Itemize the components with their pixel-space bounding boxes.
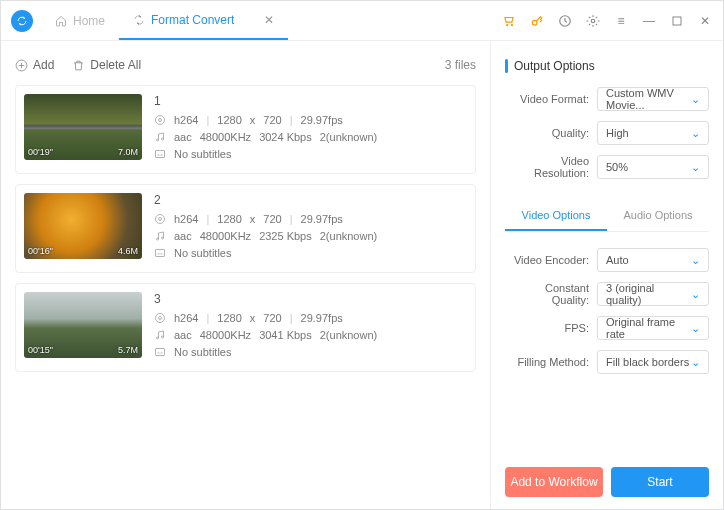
fill-label: Filling Method:	[505, 356, 597, 368]
close-window-icon[interactable]: ✕	[697, 13, 713, 29]
svg-point-16	[159, 317, 162, 320]
cart-icon[interactable]	[501, 13, 517, 29]
chevron-down-icon: ⌄	[691, 356, 700, 369]
tab-audio-options[interactable]: Audio Options	[607, 201, 709, 231]
encoder-label: Video Encoder:	[505, 254, 597, 266]
menu-icon[interactable]: ≡	[613, 13, 629, 29]
svg-point-5	[156, 116, 165, 125]
chevron-down-icon: ⌄	[691, 288, 700, 301]
thumbnail: 00'16" 4.6M	[24, 193, 142, 259]
tab-format-convert[interactable]: Format Convert ✕	[119, 1, 288, 40]
svg-point-11	[159, 218, 162, 221]
history-icon[interactable]	[557, 13, 573, 29]
close-icon[interactable]: ✕	[264, 13, 274, 27]
tab-video-options[interactable]: Video Options	[505, 201, 607, 231]
subtitle-icon	[154, 148, 166, 160]
file-size: 4.6M	[118, 246, 138, 256]
svg-point-18	[162, 336, 164, 338]
file-index: 1	[154, 94, 377, 108]
fps-label: FPS:	[505, 322, 597, 334]
svg-point-12	[157, 238, 159, 240]
subtitle-icon	[154, 247, 166, 259]
quality-label: Quality:	[505, 127, 597, 139]
titlebar: Home Format Convert ✕ ≡ — ✕	[1, 1, 723, 41]
home-icon	[55, 15, 67, 27]
resolution-label: Video Resolution:	[505, 155, 597, 179]
video-format-select[interactable]: Custom WMV Movie...⌄	[597, 87, 709, 111]
svg-point-8	[162, 138, 164, 140]
fps-select[interactable]: Original frame rate⌄	[597, 316, 709, 340]
tab-active-label: Format Convert	[151, 13, 234, 27]
chevron-down-icon: ⌄	[691, 254, 700, 267]
thumbnail: 00'19" 7.0M	[24, 94, 142, 160]
video-icon	[154, 114, 166, 126]
duration: 00'15"	[28, 345, 53, 355]
subtitle-icon	[154, 346, 166, 358]
maximize-icon[interactable]	[669, 13, 685, 29]
svg-rect-19	[156, 349, 165, 356]
svg-rect-9	[156, 151, 165, 158]
app-logo	[11, 10, 33, 32]
fill-select[interactable]: Fill black borders⌄	[597, 350, 709, 374]
chevron-down-icon: ⌄	[691, 161, 700, 174]
audio-icon	[154, 230, 166, 242]
svg-point-6	[159, 119, 162, 122]
file-index: 2	[154, 193, 377, 207]
video-icon	[154, 312, 166, 324]
cq-select[interactable]: 3 (original quality)⌄	[597, 282, 709, 306]
svg-rect-3	[673, 17, 681, 25]
add-to-workflow-button[interactable]: Add to Workflow	[505, 467, 603, 497]
thumbnail: 00'15" 5.7M	[24, 292, 142, 358]
chevron-down-icon: ⌄	[691, 93, 700, 106]
svg-point-0	[532, 20, 537, 25]
output-options-title: Output Options	[505, 59, 709, 73]
svg-rect-14	[156, 250, 165, 257]
resolution-select[interactable]: 50%⌄	[597, 155, 709, 179]
quality-select[interactable]: High⌄	[597, 121, 709, 145]
audio-icon	[154, 329, 166, 341]
encoder-select[interactable]: Auto⌄	[597, 248, 709, 272]
svg-point-17	[157, 337, 159, 339]
delete-all-label: Delete All	[90, 58, 141, 72]
file-size: 7.0M	[118, 147, 138, 157]
video-icon	[154, 213, 166, 225]
duration: 00'16"	[28, 246, 53, 256]
audio-icon	[154, 131, 166, 143]
add-label: Add	[33, 58, 54, 72]
settings-icon[interactable]	[585, 13, 601, 29]
tab-home[interactable]: Home	[41, 1, 119, 40]
convert-icon	[133, 14, 145, 26]
plus-icon	[15, 59, 28, 72]
file-card[interactable]: 00'16" 4.6M 2 h264|1280x720|29.97fps aac…	[15, 184, 476, 273]
file-count: 3 files	[445, 58, 476, 72]
key-icon[interactable]	[529, 13, 545, 29]
file-list: 00'19" 7.0M 1 h264| 1280x720| 29.97fps a…	[15, 85, 476, 372]
svg-point-7	[157, 139, 159, 141]
file-size: 5.7M	[118, 345, 138, 355]
add-button[interactable]: Add	[15, 58, 54, 72]
file-card[interactable]: 00'19" 7.0M 1 h264| 1280x720| 29.97fps a…	[15, 85, 476, 174]
file-index: 3	[154, 292, 377, 306]
tab-home-label: Home	[73, 14, 105, 28]
cq-label: Constant Quality:	[505, 282, 597, 306]
svg-point-10	[156, 215, 165, 224]
video-format-label: Video Format:	[505, 93, 597, 105]
svg-point-2	[591, 19, 595, 23]
start-button[interactable]: Start	[611, 467, 709, 497]
duration: 00'19"	[28, 147, 53, 157]
chevron-down-icon: ⌄	[691, 127, 700, 140]
svg-point-15	[156, 314, 165, 323]
trash-icon	[72, 59, 85, 72]
file-toolbar: Add Delete All 3 files	[15, 51, 476, 79]
svg-point-13	[162, 237, 164, 239]
delete-all-button[interactable]: Delete All	[72, 58, 141, 72]
chevron-down-icon: ⌄	[691, 322, 700, 335]
file-card[interactable]: 00'15" 5.7M 3 h264|1280x720|29.97fps aac…	[15, 283, 476, 372]
minimize-icon[interactable]: —	[641, 13, 657, 29]
